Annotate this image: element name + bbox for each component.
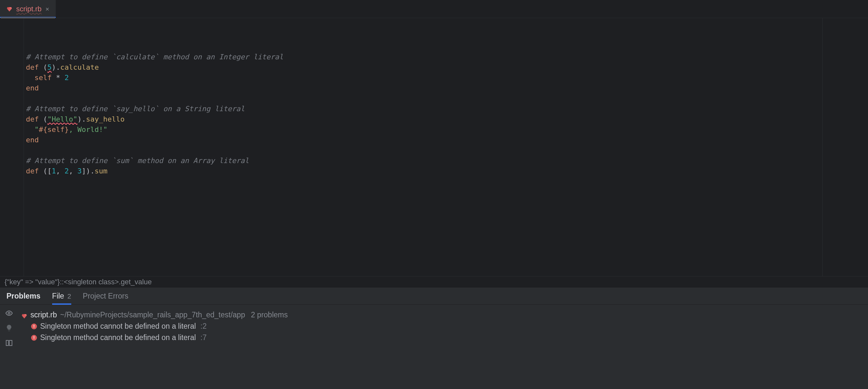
code-line: # Attempt to define `say_hello` on a Str… bbox=[24, 104, 868, 114]
ruby-icon bbox=[6, 6, 12, 12]
ruby-icon bbox=[21, 312, 27, 318]
error-icon: ! bbox=[31, 335, 37, 341]
problems-file-summary: 2 problems bbox=[251, 310, 288, 319]
svg-rect-4 bbox=[6, 340, 8, 345]
problems-content: script.rb ~/RubymineProjects/sample_rail… bbox=[18, 305, 868, 389]
problems-heading: Problems bbox=[6, 288, 40, 304]
editor[interactable]: # Attempt to define `calculate` method o… bbox=[0, 18, 868, 276]
problems-heading-label: Problems bbox=[6, 292, 40, 301]
code-line bbox=[24, 145, 868, 156]
editor-tab-script[interactable]: script.rb × bbox=[0, 0, 56, 18]
problems-sidebar bbox=[0, 305, 18, 389]
problem-message: Singleton method cannot be defined on a … bbox=[40, 333, 196, 342]
svg-point-3 bbox=[8, 312, 10, 314]
tab-project-errors[interactable]: Project Errors bbox=[83, 288, 129, 304]
editor-tab-bar: script.rb × bbox=[0, 0, 868, 18]
tab-file-label: File bbox=[52, 292, 64, 301]
code-line bbox=[24, 93, 868, 104]
code-line: def ("Hello").say_hello bbox=[24, 114, 868, 124]
editor-split-line bbox=[822, 18, 823, 276]
problems-file-row[interactable]: script.rb ~/RubymineProjects/sample_rail… bbox=[21, 309, 865, 321]
problems-tabbar: Problems File 2 Project Errors bbox=[0, 288, 868, 305]
tab-filename: script.rb bbox=[16, 5, 41, 13]
code-line: end bbox=[24, 83, 868, 93]
bulb-icon[interactable] bbox=[5, 324, 13, 332]
breadcrumb-text: {"key" => "value"}::<singleton class>.ge… bbox=[4, 278, 152, 286]
code-line: self * 2 bbox=[24, 73, 868, 83]
problems-file-path: ~/RubymineProjects/sample_rails_app_7th_… bbox=[60, 310, 245, 319]
tab-project-errors-label: Project Errors bbox=[83, 292, 129, 301]
code-line: "#{self}, World!" bbox=[24, 124, 868, 135]
tab-file-count: 2 bbox=[67, 293, 71, 300]
layout-icon[interactable] bbox=[5, 339, 13, 347]
code-line: # Attempt to define `calculate` method o… bbox=[24, 52, 868, 62]
code-line: def (5).calculate bbox=[24, 62, 868, 73]
code-line: end bbox=[24, 135, 868, 145]
tab-file[interactable]: File 2 bbox=[52, 288, 71, 304]
svg-rect-5 bbox=[9, 340, 12, 345]
problem-location: :7 bbox=[200, 333, 207, 342]
close-icon[interactable]: × bbox=[45, 6, 49, 12]
problems-panel: script.rb ~/RubymineProjects/sample_rail… bbox=[0, 305, 868, 389]
code-line: # Attempt to define `sum` method on an A… bbox=[24, 156, 868, 166]
code-area[interactable]: # Attempt to define `calculate` method o… bbox=[24, 18, 868, 276]
error-icon: ! bbox=[31, 324, 37, 329]
eye-icon[interactable] bbox=[5, 309, 13, 317]
problem-message: Singleton method cannot be defined on a … bbox=[40, 322, 196, 331]
problem-location: :2 bbox=[200, 322, 207, 331]
breadcrumb[interactable]: {"key" => "value"}::<singleton class>.ge… bbox=[0, 276, 868, 288]
problems-file-name: script.rb bbox=[30, 310, 57, 319]
editor-gutter bbox=[0, 18, 24, 276]
problem-row[interactable]: !Singleton method cannot be defined on a… bbox=[21, 321, 865, 332]
code-line: def ([1, 2, 3]).sum bbox=[24, 166, 868, 176]
problem-row[interactable]: !Singleton method cannot be defined on a… bbox=[21, 332, 865, 343]
